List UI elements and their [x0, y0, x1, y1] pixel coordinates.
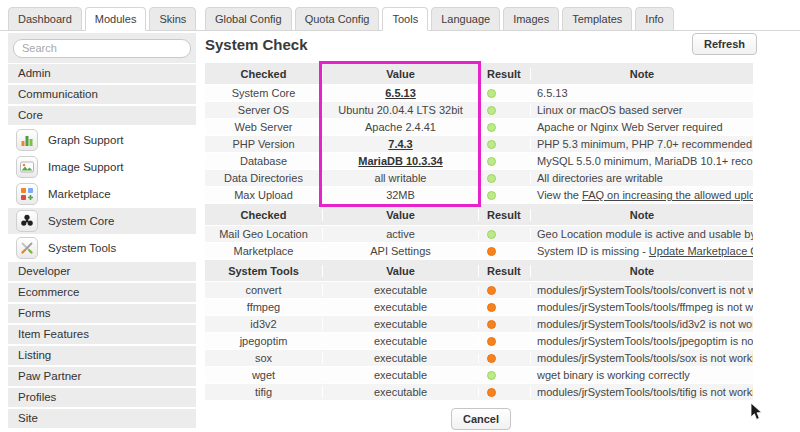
crossed-tools-icon: [16, 237, 38, 259]
result-cell: [478, 174, 530, 183]
tab-info[interactable]: Info: [635, 7, 673, 31]
sidebar-item-label: System Core: [48, 215, 114, 227]
value-link[interactable]: 6.5.13: [385, 87, 416, 99]
value-cell: executable: [322, 318, 478, 330]
table-row: soxexecutablemodules/jrSystemTools/tools…: [205, 350, 753, 367]
sidebar-category-core[interactable]: Core: [8, 106, 196, 125]
tab-skins[interactable]: Skins: [149, 7, 196, 31]
column-header-checked: Checked: [205, 68, 322, 80]
sidebar-category-profiles[interactable]: Profiles: [8, 388, 196, 407]
table-row: PHP Version7.4.3PHP 5.3 minimum, PHP 7.0…: [205, 136, 753, 153]
marketplace-grid-icon: [16, 183, 38, 205]
checked-cell: convert: [205, 284, 322, 296]
tab-dashboard[interactable]: Dashboard: [8, 7, 82, 31]
table-header-row: System ToolsValueResultNote: [205, 260, 753, 282]
status-dot-ok: [487, 106, 496, 115]
note-text: PHP 5.3 minimum, PHP 7.0+ recommended: [537, 138, 752, 150]
value-link[interactable]: MariaDB 10.3.34: [358, 155, 442, 167]
cancel-row: Cancel: [205, 408, 757, 430]
note-cell: wget binary is working correctly: [530, 369, 753, 381]
search-input[interactable]: [13, 39, 191, 58]
table-row: jpegoptimexecutablemodules/jrSystemTools…: [205, 333, 753, 350]
tab-quota-config[interactable]: Quota Config: [295, 7, 380, 31]
sidebar-item-graph-support[interactable]: Graph Support: [8, 127, 196, 153]
status-dot-ok: [487, 174, 496, 183]
column-header-note: Note: [530, 209, 753, 221]
note-cell: View the FAQ on increasing the allowed u…: [530, 189, 753, 201]
table-row: Server OSUbuntu 20.04.4 LTS 32bitLinux o…: [205, 102, 753, 119]
checked-cell: Max Upload: [205, 189, 322, 201]
checked-cell: ffmpeg: [205, 301, 322, 313]
table-row: Max Upload32MBView the FAQ on increasing…: [205, 187, 753, 204]
note-text: modules/jrSystemTools/tools/ffmpeg is no…: [537, 301, 753, 313]
tab-images[interactable]: Images: [503, 7, 559, 31]
sidebar-category-listing[interactable]: Listing: [8, 346, 196, 365]
table-row: DatabaseMariaDB 10.3.34MySQL 5.5.0 minim…: [205, 153, 753, 170]
column-header-value: Value: [322, 209, 478, 221]
system-check-table: CheckedValueResultNoteSystem Core6.5.136…: [205, 63, 753, 401]
sidebar-category-item-features[interactable]: Item Features: [8, 325, 196, 344]
value-cell: 6.5.13: [322, 87, 478, 99]
cancel-button[interactable]: Cancel: [451, 408, 511, 430]
status-dot-warning: [487, 388, 496, 397]
value-cell: Ubuntu 20.04.4 LTS 32bit: [322, 104, 478, 116]
status-dot-ok: [487, 191, 496, 200]
note-text: modules/jrSystemTools/tools/convert is n…: [537, 284, 753, 296]
note-text: wget binary is working correctly: [537, 369, 690, 381]
tab-tools[interactable]: Tools: [382, 7, 428, 31]
note-link[interactable]: Update Marketplace Config: [649, 245, 753, 257]
bar-chart-icon: [16, 129, 38, 151]
value-cell: executable: [322, 369, 478, 381]
tab-language[interactable]: Language: [431, 7, 500, 31]
column-header-result: Result: [478, 265, 530, 277]
checked-cell: Data Directories: [205, 172, 322, 184]
checked-cell: Mail Geo Location: [205, 228, 322, 240]
status-dot-ok: [487, 89, 496, 98]
note-text: Geo Location module is active and usable…: [537, 228, 753, 240]
sidebar-search-wrap: [8, 33, 196, 63]
sidebar-item-system-tools[interactable]: System Tools: [8, 235, 196, 261]
value-cell: 32MB: [322, 189, 478, 201]
note-text: MySQL 5.5.0 minimum, MariaDB 10.1+ recom…: [537, 155, 753, 167]
value-cell: 7.4.3: [322, 138, 478, 150]
note-cell: Linux or macOS based server: [530, 104, 753, 116]
value-link[interactable]: 7.4.3: [388, 138, 412, 150]
sidebar-category-communication[interactable]: Communication: [8, 85, 196, 104]
checked-cell: id3v2: [205, 318, 322, 330]
tab-modules[interactable]: Modules: [85, 7, 147, 31]
tab-global-config[interactable]: Global Config: [205, 7, 292, 31]
sidebar-item-image-support[interactable]: Image Support: [8, 154, 196, 180]
value-cell: all writable: [322, 172, 478, 184]
sidebar-item-system-core[interactable]: System Core: [8, 208, 196, 234]
sidebar-category-developer[interactable]: Developer: [8, 262, 196, 281]
sidebar-category-paw-partner[interactable]: Paw Partner: [8, 367, 196, 386]
note-cell: modules/jrSystemTools/tools/convert is n…: [530, 284, 753, 296]
status-dot-ok: [487, 140, 496, 149]
note-cell: modules/jrSystemTools/tools/sox is not w…: [530, 352, 753, 364]
value-cell: active: [322, 228, 478, 240]
sidebar-category-site[interactable]: Site: [8, 409, 196, 428]
sidebar-item-label: Marketplace: [48, 188, 111, 200]
note-cell: System ID is missing - Update Marketplac…: [530, 245, 753, 257]
note-text: modules/jrSystemTools/tools/tifig is not…: [537, 386, 753, 398]
sidebar-category-forms[interactable]: Forms: [8, 304, 196, 323]
status-dot-warning: [487, 320, 496, 329]
sidebar-category-ecommerce[interactable]: Ecommerce: [8, 283, 196, 302]
value-cell: executable: [322, 335, 478, 347]
note-cell: Apache or Nginx Web Server required: [530, 121, 753, 133]
checked-cell: jpegoptim: [205, 335, 322, 347]
result-cell: [478, 106, 530, 115]
sidebar-item-label: Image Support: [48, 161, 123, 173]
note-cell: modules/jrSystemTools/tools/id3v2 is not…: [530, 318, 753, 330]
note-text: Apache or Nginx Web Server required: [537, 121, 723, 133]
refresh-button[interactable]: Refresh: [692, 33, 757, 55]
note-cell: modules/jrSystemTools/tools/tifig is not…: [530, 386, 753, 398]
tab-templates[interactable]: Templates: [562, 7, 632, 31]
sidebar-category-admin[interactable]: Admin: [8, 64, 196, 83]
note-cell: 6.5.13: [530, 87, 753, 99]
table-row: Web ServerApache 2.4.41Apache or Nginx W…: [205, 119, 753, 136]
sidebar-item-marketplace[interactable]: Marketplace: [8, 181, 196, 207]
column-header-result: Result: [478, 68, 530, 80]
note-link[interactable]: FAQ on increasing the allowed upload siz…: [582, 189, 753, 201]
note-cell: PHP 5.3 minimum, PHP 7.0+ recommended: [530, 138, 753, 150]
